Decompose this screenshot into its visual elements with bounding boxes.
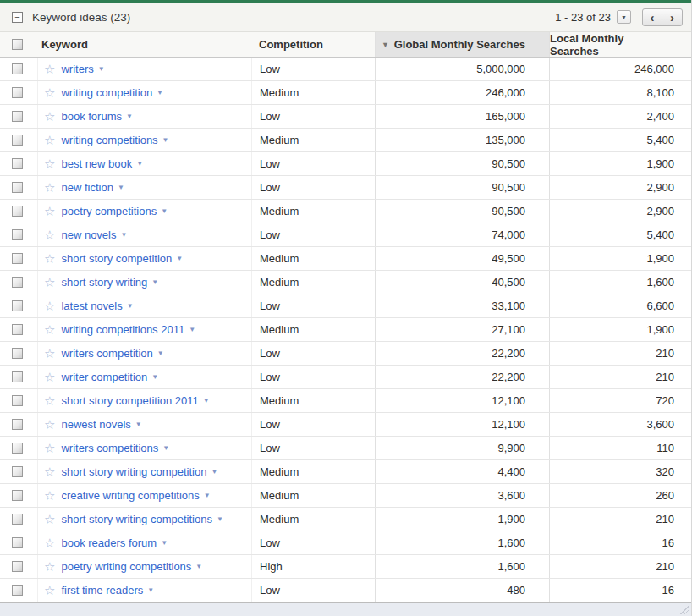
star-icon[interactable]: ☆	[44, 63, 55, 75]
star-icon[interactable]: ☆	[44, 323, 55, 336]
star-icon[interactable]: ☆	[44, 465, 55, 478]
row-checkbox[interactable]	[12, 158, 23, 169]
keyword-link[interactable]: short story competition	[61, 252, 172, 265]
row-checkbox[interactable]	[12, 490, 23, 501]
star-icon[interactable]: ☆	[44, 442, 55, 454]
row-checkbox[interactable]	[12, 561, 23, 572]
select-all-checkbox[interactable]	[12, 39, 23, 50]
row-checkbox[interactable]	[12, 371, 23, 382]
keyword-dropdown-icon[interactable]: ▼	[151, 373, 158, 381]
star-icon[interactable]: ☆	[44, 584, 55, 597]
keyword-link[interactable]: new novels	[61, 228, 116, 241]
row-checkbox[interactable]	[12, 277, 23, 288]
star-icon[interactable]: ☆	[44, 418, 55, 431]
row-checkbox[interactable]	[12, 419, 23, 430]
keyword-link[interactable]: writers competitions	[61, 442, 158, 454]
star-icon[interactable]: ☆	[44, 489, 55, 502]
row-checkbox[interactable]	[12, 63, 23, 74]
keyword-link[interactable]: writers	[61, 63, 93, 75]
keyword-link[interactable]: newest novels	[61, 418, 130, 431]
row-checkbox[interactable]	[12, 229, 23, 240]
keyword-link[interactable]: short story writing competitions	[61, 513, 211, 525]
keyword-dropdown-icon[interactable]: ▼	[176, 255, 183, 262]
keyword-dropdown-icon[interactable]: ▼	[162, 444, 169, 452]
keyword-link[interactable]: short story writing	[61, 276, 147, 289]
column-header-keyword[interactable]: Keyword	[37, 32, 251, 57]
keyword-dropdown-icon[interactable]: ▼	[211, 468, 217, 476]
next-page-button[interactable]: ›	[662, 9, 682, 25]
star-icon[interactable]: ☆	[44, 394, 55, 407]
keyword-dropdown-icon[interactable]: ▼	[118, 184, 124, 191]
keyword-link[interactable]: book forums	[61, 110, 122, 123]
star-icon[interactable]: ☆	[44, 347, 55, 360]
keyword-dropdown-icon[interactable]: ▼	[127, 302, 134, 310]
row-checkbox[interactable]	[12, 395, 23, 406]
keyword-dropdown-icon[interactable]: ▼	[157, 89, 163, 96]
star-icon[interactable]: ☆	[44, 110, 55, 123]
keyword-dropdown-icon[interactable]: ▼	[126, 113, 133, 120]
keyword-link[interactable]: latest novels	[61, 300, 122, 312]
keyword-dropdown-icon[interactable]: ▼	[121, 231, 128, 239]
star-icon[interactable]: ☆	[44, 134, 55, 146]
keyword-link[interactable]: writing competition	[61, 86, 152, 99]
keyword-dropdown-icon[interactable]: ▼	[151, 278, 158, 286]
keyword-dropdown-icon[interactable]: ▼	[162, 136, 169, 144]
star-icon[interactable]: ☆	[44, 513, 55, 525]
star-icon[interactable]: ☆	[44, 228, 55, 241]
star-icon[interactable]: ☆	[44, 252, 55, 265]
keyword-dropdown-icon[interactable]: ▼	[135, 421, 142, 428]
keyword-link[interactable]: poetry writing competitions	[61, 560, 191, 573]
star-icon[interactable]: ☆	[44, 276, 55, 289]
keyword-link[interactable]: writer competition	[61, 371, 147, 383]
column-header-competition[interactable]: Competition	[251, 32, 375, 57]
row-checkbox[interactable]	[12, 300, 23, 311]
keyword-link[interactable]: writing competitions	[61, 134, 157, 146]
keyword-link[interactable]: writing competitions 2011	[61, 323, 184, 336]
keyword-link[interactable]: writers competition	[61, 347, 152, 360]
star-icon[interactable]: ☆	[44, 560, 55, 573]
keyword-link[interactable]: book readers forum	[61, 536, 157, 549]
keyword-link[interactable]: short story competition 2011	[61, 394, 198, 407]
row-checkbox[interactable]	[12, 585, 23, 596]
star-icon[interactable]: ☆	[44, 157, 55, 170]
keyword-dropdown-icon[interactable]: ▼	[189, 326, 195, 333]
row-checkbox[interactable]	[12, 135, 23, 146]
star-icon[interactable]: ☆	[44, 205, 55, 217]
keyword-dropdown-icon[interactable]: ▼	[161, 207, 168, 215]
resize-grip-icon[interactable]	[680, 605, 689, 614]
row-checkbox[interactable]	[12, 348, 23, 359]
collapse-icon[interactable]: −	[12, 12, 23, 23]
keyword-dropdown-icon[interactable]: ▼	[203, 397, 210, 404]
row-checkbox[interactable]	[12, 324, 23, 335]
column-header-global-searches[interactable]: ▼ Global Monthly Searches	[375, 32, 550, 57]
keyword-dropdown-icon[interactable]: ▼	[136, 160, 143, 168]
keyword-dropdown-icon[interactable]: ▼	[147, 586, 154, 594]
star-icon[interactable]: ☆	[44, 536, 55, 549]
row-checkbox[interactable]	[12, 253, 23, 264]
row-checkbox[interactable]	[12, 443, 23, 454]
keyword-link[interactable]: new fiction	[61, 181, 113, 194]
row-checkbox[interactable]	[12, 87, 23, 98]
keyword-link[interactable]: creative writing competitions	[61, 489, 199, 502]
row-checkbox[interactable]	[12, 111, 23, 122]
keyword-dropdown-icon[interactable]: ▼	[204, 492, 211, 499]
star-icon[interactable]: ☆	[44, 371, 55, 383]
keyword-link[interactable]: best new book	[61, 157, 132, 170]
keyword-dropdown-icon[interactable]: ▼	[98, 65, 105, 73]
keyword-dropdown-icon[interactable]: ▼	[217, 515, 223, 523]
row-checkbox[interactable]	[12, 466, 23, 477]
keyword-link[interactable]: poetry competitions	[61, 205, 157, 217]
row-checkbox[interactable]	[12, 514, 23, 525]
keyword-dropdown-icon[interactable]: ▼	[157, 349, 164, 357]
column-header-local-searches[interactable]: Local Monthly Searches	[550, 32, 692, 57]
keyword-link[interactable]: short story writing competition	[61, 465, 206, 478]
row-checkbox[interactable]	[12, 206, 23, 217]
keyword-link[interactable]: first time readers	[61, 584, 143, 597]
keyword-dropdown-icon[interactable]: ▼	[161, 539, 168, 547]
star-icon[interactable]: ☆	[44, 300, 55, 312]
keyword-dropdown-icon[interactable]: ▼	[195, 563, 202, 570]
row-checkbox[interactable]	[12, 182, 23, 193]
pagination-dropdown-icon[interactable]: ▼	[617, 10, 631, 24]
star-icon[interactable]: ☆	[44, 181, 55, 194]
star-icon[interactable]: ☆	[44, 86, 55, 99]
